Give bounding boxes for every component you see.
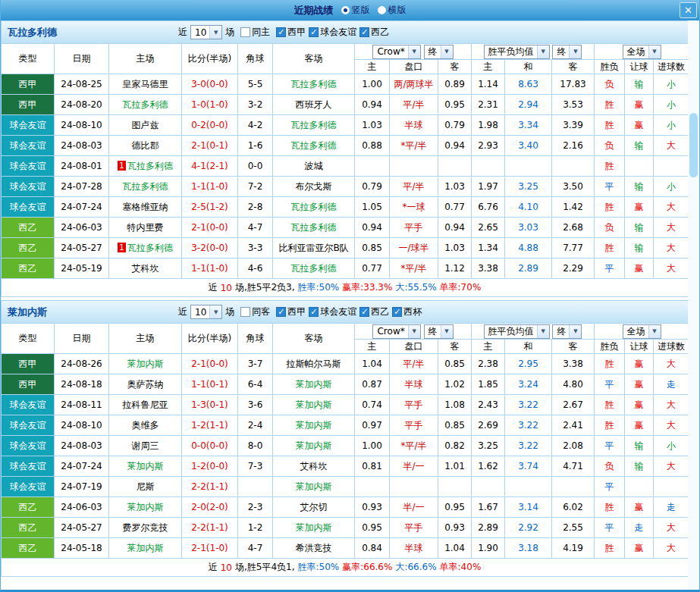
red-card-badge: 1	[118, 243, 126, 252]
checkbox-icon[interactable]	[309, 307, 319, 317]
same-venue-filter[interactable]: 同主	[240, 26, 270, 39]
avg-type-select[interactable]: 胜平负均值▼	[484, 324, 550, 339]
corners: 4-2	[238, 115, 273, 136]
radio-unselected-icon[interactable]	[378, 6, 386, 14]
corners: 6-4	[238, 374, 273, 395]
subcol-avg-away: 客	[552, 60, 595, 74]
result-goals: 小	[654, 436, 689, 456]
matches-table: 类型 日期 主场 比分(半场) 角球 客场 Crow*▼ 终▼ 胜平负均值▼ 终…	[1, 43, 689, 279]
league-filter[interactable]: 西甲	[276, 26, 306, 39]
titlebar: 近期战绩 竖版 横版 ✕	[1, 0, 699, 20]
odds-home: 1.03	[355, 115, 390, 136]
match-count-select[interactable]: 10 ▼	[190, 305, 222, 319]
league-filter[interactable]: 西乙	[359, 305, 389, 318]
odds-away: 1.04	[438, 538, 472, 559]
chevron-down-icon: ▼	[209, 305, 221, 318]
away-team: 拉斯帕尔马斯	[273, 354, 355, 374]
checkbox-icon[interactable]	[240, 27, 250, 37]
score: 1-1(1-0)	[182, 258, 238, 279]
league-filter[interactable]: 西杯	[392, 305, 422, 318]
result-wdl: 胜	[595, 115, 625, 136]
chevron-down-icon: ▼	[441, 45, 453, 58]
col-corner: 角球	[238, 44, 273, 74]
checkbox-icon[interactable]	[276, 27, 286, 37]
summary-text: 大:55.5%	[395, 281, 436, 294]
league-filter[interactable]: 球会友谊	[309, 26, 356, 39]
match-row: 球会友谊24-07-28瓦拉多利德1-1(1-0)7-2布尔戈斯0.79平/半1…	[2, 177, 689, 197]
col-date: 日期	[55, 324, 109, 354]
result-goals: 大	[654, 415, 689, 436]
col-home: 主场	[109, 324, 182, 354]
odds-home: 1.05	[355, 197, 390, 218]
col-corner: 角球	[238, 324, 273, 354]
avg-header-cell: 胜平负均值▼ 终▼	[472, 324, 595, 340]
result-wdl: 胜	[595, 197, 625, 218]
handicap	[390, 156, 438, 177]
odds-time-select[interactable]: 终▼	[424, 45, 454, 59]
match-date: 24-08-11	[55, 395, 109, 415]
same-venue-filter[interactable]: 同客	[240, 305, 270, 318]
radio-selected-icon[interactable]	[341, 6, 350, 14]
score: 2-2(1-1)	[182, 518, 238, 538]
avg-away: 4.80	[552, 374, 595, 395]
odds-home: 0.94	[355, 218, 390, 238]
checkbox-icon[interactable]	[359, 27, 369, 37]
odds-time-select[interactable]: 终▼	[424, 324, 454, 339]
result-goals: 大	[654, 218, 689, 238]
scope-select[interactable]: 全场▼	[623, 45, 661, 59]
match-date: 24-08-26	[55, 354, 109, 374]
match-count-select[interactable]: 10 ▼	[190, 25, 222, 39]
avg-draw: 8.63	[505, 74, 552, 95]
checkbox-icon[interactable]	[240, 307, 250, 317]
league-badge: 球会友谊	[2, 177, 55, 197]
league-filter[interactable]: 西乙	[359, 26, 389, 39]
league-badge: 球会友谊	[2, 156, 55, 177]
layout-radio-horizontal[interactable]: 横版	[378, 4, 407, 17]
match-row: 西乙24-06-03莱加内斯2-0(2-0)2-3艾尔切0.93半/一0.951…	[2, 497, 689, 518]
home-team: 尼斯	[109, 477, 182, 497]
chevron-down-icon: ▼	[648, 325, 661, 338]
result-handicap: 输	[625, 238, 654, 258]
result-wdl: 负	[595, 74, 625, 95]
odds-home: 0.95	[355, 518, 390, 538]
odds-company-select[interactable]: Crow*▼	[372, 324, 420, 339]
league-filter[interactable]: 球会友谊	[309, 305, 356, 318]
corners: 3-2	[238, 95, 273, 115]
subcol-avg-home: 主	[472, 60, 505, 74]
avg-time-select[interactable]: 终▼	[552, 324, 582, 339]
near-label: 近	[178, 26, 187, 39]
away-team: 瓦拉多利德	[273, 74, 355, 95]
layout-radio-vertical[interactable]: 竖版	[341, 4, 370, 17]
odds-home: 0.79	[355, 177, 390, 197]
close-button[interactable]: ✕	[680, 2, 697, 18]
checkbox-icon[interactable]	[359, 307, 369, 317]
odds-home: 1.00	[355, 436, 390, 456]
checkbox-icon[interactable]	[309, 27, 319, 37]
avg-time-select[interactable]: 终▼	[552, 45, 582, 59]
avg-type-select[interactable]: 胜平负均值▼	[484, 45, 550, 59]
summary-text: 单率:70%	[440, 281, 482, 294]
score: 3-0(0-0)	[182, 74, 238, 95]
result-goals: 小	[654, 74, 689, 95]
avg-draw: 3.22	[505, 436, 552, 456]
scope-select[interactable]: 全场▼	[623, 324, 661, 339]
odds-away: 1.08	[438, 395, 472, 415]
odds-company-select[interactable]: Crow*▼	[372, 45, 420, 59]
away-team: 希洪竞技	[273, 538, 355, 559]
match-date: 24-05-27	[55, 518, 109, 538]
summary-line: 近10场,胜5平4负1,胜率:50%赢率:66.6%大:66.6%单率:40%	[1, 559, 689, 577]
odds-away	[438, 156, 472, 177]
odds-home	[355, 156, 390, 177]
avg-away: 2.16	[552, 136, 595, 156]
handicap: *平/半	[390, 258, 438, 279]
avg-draw: 2.89	[505, 258, 552, 279]
result-goals: 走	[654, 374, 689, 395]
checkbox-icon[interactable]	[392, 307, 402, 317]
checkbox-icon[interactable]	[276, 307, 286, 317]
scrollbar-thumb[interactable]	[689, 113, 698, 177]
league-filter[interactable]: 西甲	[276, 305, 306, 318]
handicap: *平/半	[390, 136, 438, 156]
corners: 1-2	[238, 518, 273, 538]
scrollbar-track[interactable]	[688, 20, 699, 590]
avg-home: 1.97	[472, 177, 505, 197]
